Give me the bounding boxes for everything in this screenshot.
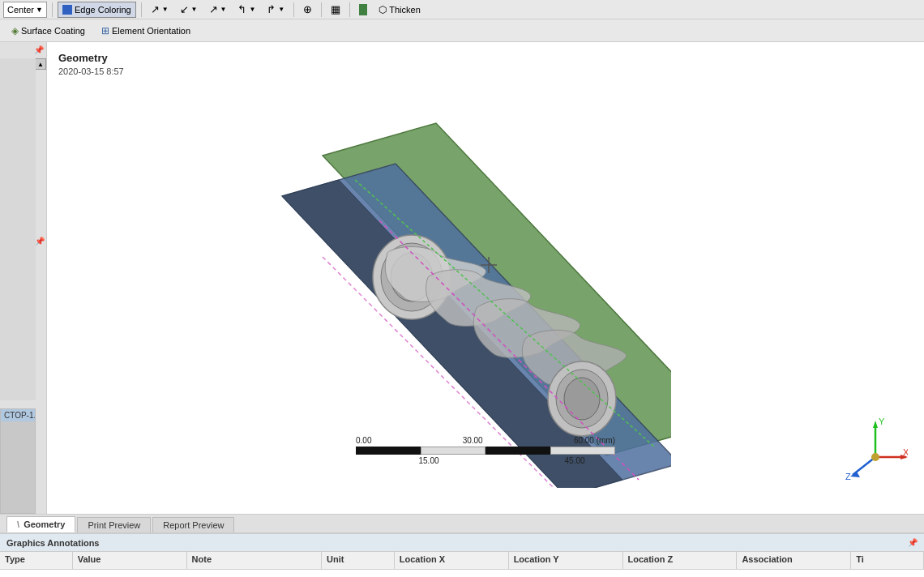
tabs-bar: \ Geometry Print Preview Report Preview	[0, 514, 924, 533]
arrow-curve-tool-button[interactable]: ↰ ▼	[233, 2, 259, 18]
bottom-panel: Graphics Annotations 📌 Type Value Note U…	[0, 533, 924, 577]
y-axis-label: Y	[879, 417, 885, 426]
separator-3	[293, 2, 294, 17]
bar-chart-tool-button[interactable]: ▦	[327, 2, 344, 18]
arrow-down-tool-button[interactable]: ↙ ▼	[176, 2, 202, 18]
svg-marker-13	[873, 421, 878, 428]
scroll-up-button[interactable]: ▲	[35, 58, 46, 70]
geometry-title: Geometry	[58, 52, 108, 64]
scale-label-15: 15.00	[418, 456, 438, 465]
edge-coloring-blue-icon	[62, 5, 72, 15]
tab-prefix-geometry: \	[17, 519, 19, 529]
scale-bottom-labels: 15.00 45.00	[356, 456, 615, 465]
tab-report-preview[interactable]: Report Preview	[152, 517, 234, 532]
arrow-right-tool-button[interactable]: ↱ ▼	[263, 2, 289, 18]
separator-4	[321, 2, 322, 17]
canvas-area[interactable]: Geometry 2020-03-15 8:57	[47, 42, 924, 514]
scale-seg-1	[356, 447, 421, 455]
scale-label-30: 30.00	[463, 436, 483, 445]
bottom-panel-pin-icon[interactable]: 📌	[908, 538, 918, 547]
scale-seg-2	[421, 447, 486, 455]
surface-coating-button[interactable]: ◈ Surface Coating	[6, 24, 90, 38]
arrow-diagonal-icon: ↗	[209, 3, 218, 15]
coordinate-axes: Y X Z	[843, 417, 908, 481]
thicken-icon: ⬡	[379, 4, 387, 15]
arrow-diagonal-tool-button[interactable]: ↗ ▼	[205, 2, 231, 18]
green-bar-tool-button[interactable]	[355, 2, 371, 18]
svg-point-8	[564, 378, 600, 420]
tab-report-preview-label: Report Preview	[163, 520, 224, 530]
center-label: Center	[7, 5, 34, 15]
pin-icon-2[interactable]: 📌	[35, 237, 45, 246]
separator-5	[349, 2, 350, 17]
arrow-down-chevron-icon: ▼	[191, 6, 198, 13]
arrow-curve-chevron-icon: ▼	[249, 6, 255, 13]
surface-coating-icon: ◈	[11, 25, 19, 36]
col-header-location-z: Location Z	[623, 552, 738, 569]
col-header-unit: Unit	[322, 552, 395, 569]
scale-seg-4	[550, 447, 615, 455]
scale-bar-graphic	[356, 447, 615, 455]
col-header-value: Value	[73, 552, 187, 569]
scale-label-60: 60.00 (mm)	[574, 436, 615, 445]
scale-top-labels: 0.00 30.00 60.00 (mm)	[356, 436, 615, 445]
list-item[interactable]: CTOP-1...	[1, 409, 35, 421]
col-header-location-y: Location Y	[509, 552, 623, 569]
col-header-note: Note	[187, 552, 322, 569]
scale-label-45: 45.00	[564, 456, 584, 465]
graphics-annotations-title: Graphics Annotations	[6, 538, 100, 548]
left-sidebar: 📌 ▲ 📌 CTOP-1...	[0, 42, 47, 514]
surface-coating-label: Surface Coating	[21, 26, 85, 36]
element-orientation-button[interactable]: ⊞ Element Orientation	[96, 24, 195, 38]
green-bar-icon	[359, 4, 367, 15]
center-dropdown[interactable]: Center ▼	[3, 2, 47, 18]
arrow-right-chevron-icon: ▼	[278, 6, 284, 13]
arrow-diagonal-chevron-icon: ▼	[220, 6, 227, 13]
separator-2	[141, 2, 142, 17]
element-orientation-label: Element Orientation	[112, 26, 190, 36]
element-orientation-icon: ⊞	[101, 25, 109, 36]
arrow-up-icon: ↗	[151, 3, 160, 15]
sidebar-panel	[0, 58, 36, 400]
col-header-ti: Ti	[851, 552, 924, 569]
edge-coloring-label: Edge Coloring	[75, 5, 131, 15]
z-axis-label: Z	[845, 472, 851, 481]
col-header-association: Association	[737, 552, 851, 569]
target-tool-button[interactable]: ⊕	[299, 2, 316, 18]
tab-geometry-label: Geometry	[24, 519, 65, 529]
arrow-right-icon: ↱	[267, 3, 276, 15]
arrow-down-icon: ↙	[180, 3, 189, 15]
arrow-up-chevron-icon: ▼	[162, 6, 169, 13]
axes-svg: Y X Z	[843, 417, 908, 481]
svg-point-18	[871, 453, 879, 461]
arrow-curve-icon: ↰	[237, 3, 246, 15]
arrow-up-tool-button[interactable]: ↗ ▼	[147, 2, 173, 18]
chevron-down-icon: ▼	[36, 6, 43, 14]
x-axis-label: X	[903, 447, 908, 457]
tab-print-preview-label: Print Preview	[88, 520, 140, 530]
tab-geometry[interactable]: \ Geometry	[6, 516, 75, 532]
edge-coloring-button[interactable]: Edge Coloring	[58, 2, 136, 18]
geometry-date: 2020-03-15 8:57	[58, 66, 124, 76]
sidebar-list: CTOP-1...	[0, 408, 36, 514]
col-header-location-x: Location X	[395, 552, 509, 569]
pin-icon[interactable]: 📌	[33, 44, 45, 55]
thicken-button[interactable]: ⬡ Thicken	[374, 2, 425, 18]
second-toolbar: ◈ Surface Coating ⊞ Element Orientation	[0, 19, 924, 42]
target-icon: ⊕	[303, 3, 312, 15]
model-viewport[interactable]	[104, 83, 671, 488]
scale-bar: 0.00 30.00 60.00 (mm) 15.00 45.00	[356, 436, 615, 465]
col-header-type: Type	[0, 552, 73, 569]
table-header-row: Type Value Note Unit Location X Location…	[0, 552, 924, 570]
bar-chart-icon: ▦	[331, 3, 340, 15]
top-toolbar: Center ▼ Edge Coloring ↗ ▼ ↙ ▼ ↗ ▼ ↰ ▼ ↱…	[0, 0, 924, 19]
sidebar-scroll: ▲	[35, 58, 46, 514]
scale-label-0: 0.00	[356, 436, 371, 445]
scale-seg-3	[486, 447, 550, 455]
separator-1	[52, 2, 53, 17]
main-layout: 📌 ▲ 📌 CTOP-1... Geometry 2020-03-15 8:57	[0, 42, 924, 514]
bottom-panel-header: Graphics Annotations 📌	[0, 534, 924, 552]
thicken-label: Thicken	[389, 5, 421, 15]
tab-print-preview[interactable]: Print Preview	[77, 517, 151, 532]
